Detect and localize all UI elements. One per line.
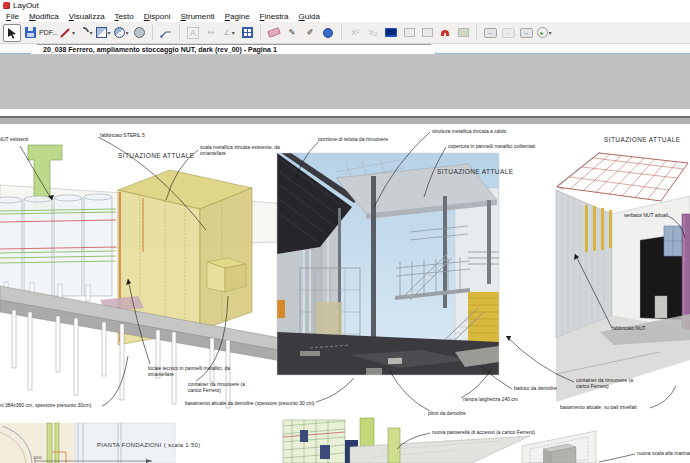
callout-basamento-demolire: basamento attuale da demolire (spessore … [185,401,315,407]
eraser-icon [267,27,281,38]
callout-basamento-pali: basamento attuale, su pali trivellati [560,405,637,411]
pen-icon: ✎ [289,28,296,37]
subscript-button[interactable]: X₂ [364,24,382,42]
drawing-graphics [0,124,690,463]
add-page-button[interactable]: → [481,24,499,42]
export-pdf-button[interactable]: PDF... [39,24,58,42]
pen-tool-button[interactable]: ✎ [283,24,301,42]
circle-tool-icon [114,27,125,38]
toolbar-separator [341,25,342,40]
callout-passerella: nuova passerella di accesso (a carico Fe… [432,430,535,436]
callout-tettoia: porzione di tettoia da rimuovere [318,137,388,143]
layout-app-icon [3,2,10,9]
line-tool-button[interactable] [58,24,76,42]
menu-testo[interactable]: Testo [110,12,139,21]
arc-tool-button[interactable] [76,24,94,42]
previous-page-icon: → [502,28,515,38]
callout-piles-dimension: (dimensioni 384x360 cm, spessore presunt… [0,403,91,409]
callout-locale-tecnico: locale tecnico in pannelli metallici, da… [148,366,240,377]
rectangle-tool-button[interactable] [94,24,112,42]
toolbar-separator [152,25,153,40]
superscript-button[interactable]: X² [346,24,364,42]
offset-tool-button[interactable] [130,24,148,42]
callout-struttura-zincata: struttura metallica zincata a caldo [432,129,506,135]
object-snap-button[interactable] [436,24,454,42]
freehand-pen-icon: ✐ [307,28,314,37]
right-model [556,152,690,402]
bring-forward-button[interactable] [400,24,418,42]
right-view-title: SITUAZIONE ATTUALE [604,136,680,143]
text-tool-button[interactable]: A [184,24,202,42]
menu-guida[interactable]: Guida [293,12,324,21]
callout-plinti: plinti da demolire [428,411,466,417]
bring-forward-icon [404,28,415,37]
toolbar-separator [476,25,477,40]
style-tool-button[interactable] [319,24,337,42]
monitor-icon [385,28,397,37]
left-view-title: SITUAZIONE ATTUALE [118,152,194,159]
start-presentation-icon: ▸ [537,27,548,38]
grid-snap-button[interactable] [454,24,472,42]
presentation-display-button[interactable] [382,24,400,42]
document-tab[interactable]: 20_038 Ferrero, ampliamento stoccaggio N… [30,44,436,54]
document-tab-bar: 20_038 Ferrero, ampliamento stoccaggio N… [0,44,690,54]
plan-title: PIANTA FONDAZIONI ( scala 1:50) [97,442,201,448]
start-presentation-button[interactable]: ▸ [535,24,553,42]
magnet-icon [441,30,449,36]
subscript-label: X₂ [369,28,377,37]
save-button[interactable] [21,24,39,42]
eraser-tool-button[interactable] [265,24,283,42]
callout-battuto: battuto da demolire [514,386,557,392]
text-tool-icon: A [187,27,199,39]
send-backward-button[interactable] [418,24,436,42]
callout-fabbricato-nut: fabbricato NUT [612,326,646,332]
dimension-tool-button[interactable]: ↔ [202,24,220,42]
label-tool-button[interactable] [157,24,175,42]
toolbar-separator [179,25,180,40]
freehand-tool-button[interactable]: ✐ [301,24,319,42]
callout-scala-metallica: scala metallica zincata esistente, da sm… [200,145,280,156]
select-tool-button[interactable] [3,24,21,42]
callout-serbatoi-nut: serbatoi NUT attuali [624,213,668,219]
angle-dimension-tool-button[interactable]: ∠ [220,24,238,42]
dimension-tool-icon: ↔ [208,28,215,37]
window-title: LayOut [13,1,39,10]
callout-container-left: container da rimuovere (a carico Ferrero… [188,382,250,393]
menu-modifica[interactable]: Modifica [24,12,64,21]
add-page-icon: → [484,28,497,38]
offset-tool-icon [134,27,145,38]
rectangle-tool-icon [96,27,107,38]
previous-page-button[interactable]: → [499,24,517,42]
next-page-button[interactable]: → [517,24,535,42]
document-canvas[interactable]: silos NUT esistenti fabbricato STERIL 5 … [0,124,690,463]
angle-dimension-icon: ∠ [223,28,230,37]
menu-finestra[interactable]: Finestra [255,12,294,21]
circle-tool-button[interactable] [112,24,130,42]
menu-visualizza[interactable]: Visualizza [64,12,110,21]
menu-disponi[interactable]: Disponi [139,12,176,21]
arc-tool-icon [75,25,90,40]
dimension-1800: 1800 [33,455,42,460]
send-backward-icon [422,28,433,37]
pasteboard[interactable] [0,54,690,109]
table-tool-button[interactable] [238,24,256,42]
callout-container-right: container da rimuovere (a carico Ferrero… [576,378,638,389]
callout-nuova-scala-marinara: nuova scala alla marinara di accesso [637,451,690,457]
callout-rampa: rampa larghezza 240 cm [463,397,518,403]
bottom-axon-fragment [283,418,530,463]
menu-pagine[interactable]: Pagine [220,12,255,21]
menu-strumenti[interactable]: Strumenti [175,12,219,21]
grid-snap-icon [458,28,469,37]
label-tool-icon [160,28,172,38]
cursor-arrow-icon [7,27,17,39]
toolbar: PDF... A ↔ ∠ ✎ ✐ X² X₂ → → → ▸ [0,22,690,44]
pdf-label: PDF... [39,29,58,36]
next-page-icon: → [520,28,533,38]
document-tab-title: 20_038 Ferrero, ampliamento stoccaggio N… [31,45,435,54]
menu-bar: File Modifica Visualizza Testo Disponi S… [0,11,690,22]
style-dropper-icon [323,28,333,38]
bottom-slab-fragment [522,431,596,463]
menu-file[interactable]: File [1,12,24,21]
title-bar: LayOut [0,0,690,11]
table-tool-icon [242,27,253,38]
